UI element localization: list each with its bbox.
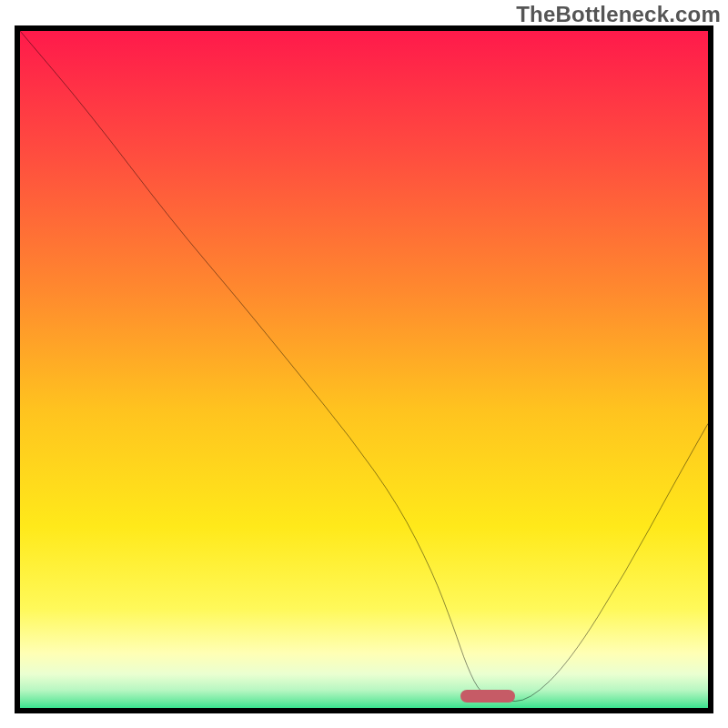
plot-frame [15, 25, 713, 713]
optimal-range-marker [460, 690, 515, 703]
bottleneck-curve [20, 31, 708, 708]
chart-stage: TheBottleneck.com [0, 0, 728, 728]
watermark-text: TheBottleneck.com [516, 2, 721, 27]
